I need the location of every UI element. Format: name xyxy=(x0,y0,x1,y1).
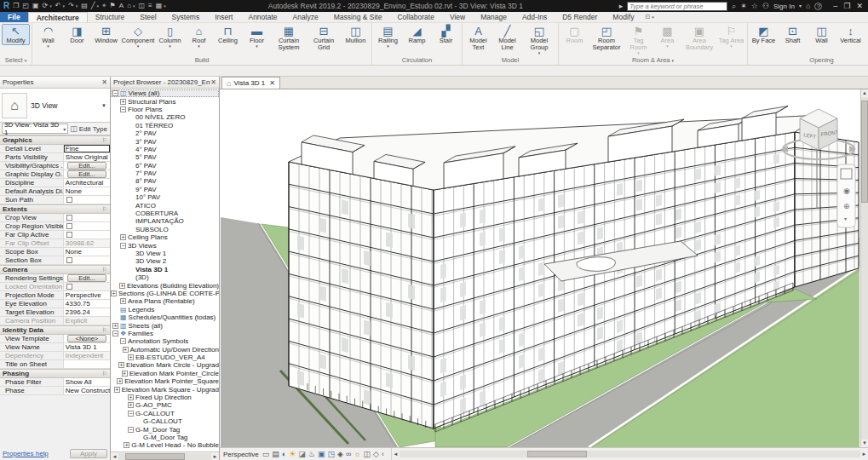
browser-item-atico[interactable]: ATICO xyxy=(111,201,219,209)
chevron-down-icon[interactable]: ▾ xyxy=(63,126,66,132)
expand-icon[interactable]: + xyxy=(128,394,134,400)
expand-icon[interactable]: + xyxy=(117,378,123,384)
collapse-icon[interactable]: − xyxy=(128,427,134,433)
ribbon-button-vertical[interactable]: ↕Vertical xyxy=(836,24,865,45)
ribbon-button-ramp[interactable]: ◢Ramp xyxy=(403,24,431,45)
collapse-icon[interactable]: − xyxy=(120,243,126,249)
ribbon-button-column[interactable]: ▯Column▾ xyxy=(156,24,184,49)
browser-item-3d[interactable]: (3D) xyxy=(111,273,219,281)
property-value-phase[interactable]: New Construction xyxy=(64,387,110,394)
detail-level-icon[interactable]: ▤ xyxy=(272,449,279,460)
ribbon-button-model-text[interactable]: AModel Text xyxy=(464,24,492,52)
properties-close-icon[interactable]: ✕ xyxy=(101,78,107,86)
ribbon-button-shaft[interactable]: ⊡Shaft xyxy=(779,24,807,45)
favorites-icon[interactable]: ☆ xyxy=(751,1,758,11)
property-value-detail-level[interactable]: Fine xyxy=(64,145,110,152)
ribbon-tab-collaborate[interactable]: Collaborate xyxy=(389,12,441,22)
help-icon[interactable]: ? xyxy=(814,3,822,10)
chevron-down-icon[interactable]: ▾ xyxy=(164,3,166,9)
view-tab-close-icon[interactable]: ✕ xyxy=(269,79,275,87)
properties-section-graphics[interactable]: Graphics⚐ xyxy=(0,135,110,145)
search-input[interactable] xyxy=(629,3,725,10)
browser-item-2-pav[interactable]: 2° PAV xyxy=(111,129,219,137)
browser-item-5-pav[interactable]: 5° PAV xyxy=(111,153,219,161)
collapse-icon[interactable]: − xyxy=(120,338,126,344)
scroll-right-icon[interactable]: ► xyxy=(211,454,219,459)
edit-type-button[interactable]: ◫ Edit Type xyxy=(70,124,110,133)
expand-icon[interactable]: + xyxy=(124,442,129,448)
ribbon-tab-insert[interactable]: Insert xyxy=(207,12,240,22)
scroll-left-icon[interactable]: ◄ xyxy=(392,451,400,457)
browser-item-3d-views[interactable]: −3D Views xyxy=(111,241,219,249)
browser-item-elevation-mark-pointer-circle[interactable]: +Elevation Mark Pointer_Circle xyxy=(111,370,219,377)
drawing-area[interactable]: LEFT FRONT ◉ ⊕ ▾ ▲ ▼ xyxy=(220,89,868,447)
browser-item-elevation-mark-pointer-square[interactable]: +Elevation Mark Pointer_Square xyxy=(111,377,219,385)
expand-icon[interactable]: + xyxy=(118,362,124,368)
scale-icon[interactable]: ▭ xyxy=(262,449,270,460)
expand-icon[interactable]: + xyxy=(123,347,129,353)
expand-icon[interactable]: + xyxy=(112,323,118,329)
property-value-scope-box[interactable]: None xyxy=(64,248,110,256)
property-value-projection-mode[interactable]: Perspective xyxy=(64,291,110,299)
browser-item-views-all[interactable]: −◫Views (all) xyxy=(111,89,219,97)
ribbon-button-ceiling[interactable]: ⊓Ceiling xyxy=(214,24,242,45)
vertical-scrollbar[interactable]: ▲ ▼ xyxy=(860,89,868,447)
collapse-icon[interactable]: − xyxy=(120,106,126,112)
property-value-discipline[interactable]: Architectural xyxy=(64,179,110,187)
scroll-right-icon[interactable]: ► xyxy=(860,451,868,457)
browser-item-implanta-o[interactable]: IMPLANTAÇÃO xyxy=(111,217,219,225)
search-box[interactable] xyxy=(627,2,727,11)
ribbon-tab-massing-site[interactable]: Massing & Site xyxy=(326,12,390,22)
ribbon-tab-annotate[interactable]: Annotate xyxy=(240,12,285,22)
shadows-icon[interactable]: ◪ xyxy=(298,449,306,460)
ribbon-tab-view[interactable]: View xyxy=(442,12,473,22)
browser-item-g-m-door-tag[interactable]: −G-M_Door Tag xyxy=(111,425,219,433)
ribbon-button-model-group[interactable]: ◱Model Group▾ xyxy=(522,24,556,55)
property-value-eye-elevation[interactable]: 4330.75 xyxy=(64,300,110,308)
scroll-down-icon[interactable]: ▼ xyxy=(861,440,868,447)
ribbon-button-floor[interactable]: ▬Floor▾ xyxy=(243,24,271,49)
browser-item-cobertura[interactable]: COBERTURA xyxy=(111,210,219,217)
browser-item-families[interactable]: −❖Families xyxy=(111,330,219,337)
ribbon-tab-steel[interactable]: Steel xyxy=(132,12,164,22)
browser-item-6-pav[interactable]: 6° PAV xyxy=(111,162,219,170)
ribbon-button-model-line[interactable]: ╱Model Line xyxy=(493,24,521,52)
browser-item-automatic-up-down-direction[interactable]: +Automatic Up/Down Direction xyxy=(111,346,219,354)
browser-item-vista-3d-1[interactable]: Vista 3D 1 xyxy=(111,266,219,273)
browser-item-g-m-level-head-no-bubble[interactable]: +G-M Level Head - No Bubble xyxy=(111,441,219,449)
panel-caption-select[interactable]: Select▾ xyxy=(2,55,30,65)
locked-3d-view-icon[interactable]: ◈ xyxy=(337,449,343,460)
ribbon-button-by-face[interactable]: ◩By Face xyxy=(750,24,778,45)
collapse-icon[interactable]: − xyxy=(128,411,134,417)
browser-item-sheets-all[interactable]: +▥Sheets (all) xyxy=(111,321,219,329)
browser-item-annotation-symbols[interactable]: −Annotation Symbols xyxy=(111,337,219,345)
properties-section-camera[interactable]: Camera⚐ xyxy=(0,265,110,274)
redo-icon[interactable]: ↷ xyxy=(68,0,74,12)
property-button-view-template[interactable]: <None> xyxy=(67,335,106,342)
ribbon-tab-d5-render[interactable]: D5 Render xyxy=(555,12,605,22)
ribbon-tab-architecture[interactable]: Architecture xyxy=(28,12,88,22)
render-icon[interactable]: ♨ xyxy=(308,449,315,460)
browser-horizontal-scrollbar[interactable]: ◄ ► xyxy=(111,451,219,460)
browser-item-schedules-quantities-todas[interactable]: ▦Schedules/Quantities (todas) xyxy=(111,313,219,321)
sun-path-icon[interactable]: ☀ xyxy=(289,449,296,460)
expand-icon[interactable]: + xyxy=(120,234,126,240)
property-value-parts-visibility[interactable]: Show Original xyxy=(64,153,110,161)
chevron-down-icon[interactable]: ▼ xyxy=(101,103,106,108)
browser-item-sections-g-linha-de-corte-plan[interactable]: +Sections (G-LINHA DE CORTE-PLAN xyxy=(111,290,219,297)
zoom-icon[interactable]: ⊕ xyxy=(843,202,850,210)
ribbon-collapse-control[interactable]: ⊡▾ xyxy=(645,12,653,22)
open-icon[interactable]: ◰ xyxy=(22,0,29,12)
aligned-dimension-icon[interactable]: ⌖ xyxy=(102,0,106,12)
browser-item-elevation-mark-square-upgrad[interactable]: +Elevation Mark Square - Upgrad xyxy=(111,385,219,393)
3d-view-canvas[interactable]: LEFT FRONT ◉ ⊕ ▾ xyxy=(220,89,860,447)
browser-item-8-pav[interactable]: 8° PAV xyxy=(111,177,219,185)
ribbon-button-window[interactable]: ⊞Window xyxy=(92,24,120,45)
workspace-caret-icon[interactable]: ▾ xyxy=(799,1,802,11)
browser-item-elevation-mark-circle-upgrad[interactable]: +Elevation Mark Circle - Upgrad xyxy=(111,361,219,369)
text-icon[interactable]: A xyxy=(119,0,124,12)
displace-elements-icon[interactable]: ◇ xyxy=(373,449,379,460)
collapse-icon[interactable]: − xyxy=(112,90,118,96)
expand-icon[interactable]: + xyxy=(120,99,126,105)
browser-item-area-plans-rentable[interactable]: +Area Plans (Rentable) xyxy=(111,297,219,305)
